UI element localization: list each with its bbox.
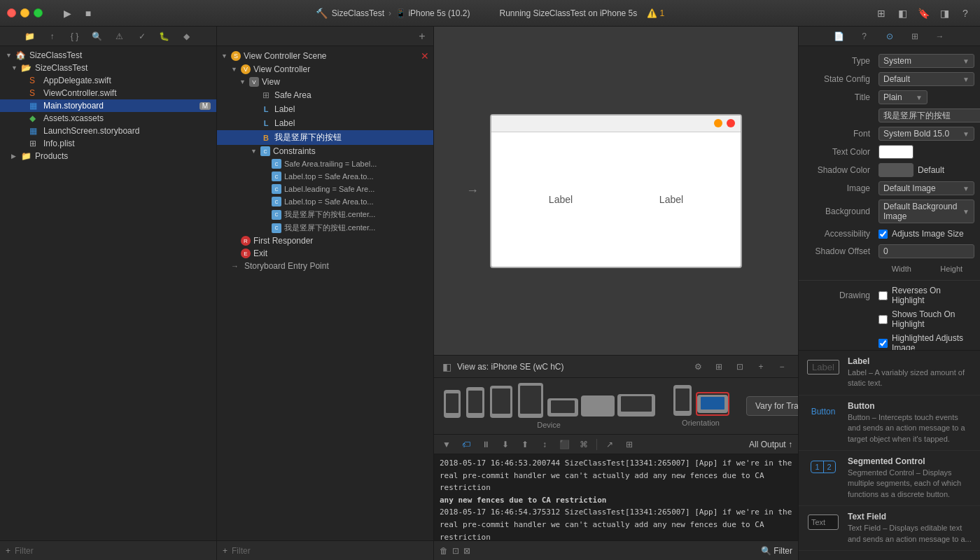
insp-file-icon[interactable]: 📄 — [832, 29, 846, 43]
device-iphone-medium[interactable] — [465, 387, 486, 418]
insp-font-value[interactable]: System Bold 15.0 ▼ — [878, 127, 974, 141]
debug-tag-icon[interactable]: 🏷 — [459, 438, 473, 451]
st-constraint-6[interactable]: C 我是竖屏下的按钮.center... — [217, 221, 433, 234]
debug-stack-icon[interactable]: ⬛ — [557, 438, 571, 451]
grid-icon-2[interactable]: ⊞ — [711, 359, 727, 374]
canvas-content[interactable]: → Label Label — [434, 27, 798, 355]
device-ipad[interactable] — [489, 386, 514, 418]
st-label-1[interactable]: L Label — [217, 102, 433, 116]
bookmark-icon[interactable]: 🔖 — [916, 6, 931, 21]
insp-shadow-offset-input[interactable] — [878, 244, 974, 258]
tree-file-main-storyboard[interactable]: ▦ Main.storyboard M — [0, 99, 216, 112]
warnings-icon[interactable]: ⚠ — [113, 29, 127, 43]
symbol-icon[interactable]: { } — [68, 29, 82, 43]
insp-image-value[interactable]: Default Image ▼ — [878, 181, 974, 195]
widget-item-label[interactable]: Label Label Label – A variably sized amo… — [799, 351, 980, 396]
debug-step-icon[interactable]: ⬇ — [498, 438, 512, 451]
st-entry-point[interactable]: → Storyboard Entry Point — [217, 260, 433, 272]
source-control-icon[interactable]: ↑ — [46, 29, 59, 43]
tree-folder-sizeclasstest[interactable]: ▼ 📂 SizeClassTest — [0, 62, 216, 74]
widget-item-button[interactable]: Button Button Button – Intercepts touch … — [799, 396, 980, 451]
minimize-button[interactable] — [20, 8, 29, 18]
debug-grid-icon[interactable]: ⊞ — [622, 438, 636, 451]
st-constraint-5[interactable]: C 我是竖屏下的按钮.center... — [217, 208, 433, 221]
st-constraint-1[interactable]: C Safe Area.trailing = Label... — [217, 158, 433, 170]
device-ipad-large[interactable] — [517, 383, 545, 418]
zoom-in-icon[interactable]: + — [753, 359, 769, 374]
insp-size-icon[interactable]: ⊞ — [908, 29, 922, 43]
tree-file-viewcontroller[interactable]: S ViewController.swift — [0, 87, 216, 99]
close-button[interactable] — [7, 8, 16, 18]
tree-file-assets[interactable]: ◆ Assets.xcassets — [0, 112, 216, 125]
structure-add-button[interactable]: + — [416, 31, 428, 42]
debug-wrap-icon[interactable]: ⊠ — [463, 546, 470, 556]
st-view[interactable]: ▼ V View — [217, 76, 433, 88]
debug-connect-icon[interactable]: ⌘ — [577, 438, 591, 451]
grid-icon[interactable]: ⊞ — [874, 6, 889, 21]
device-iphone-small[interactable] — [442, 390, 462, 418]
view-as-sidebar-icon[interactable]: ◧ — [442, 361, 451, 372]
file-filter-input[interactable] — [15, 546, 211, 556]
insp-highlighted-checkbox[interactable] — [878, 339, 888, 348]
tests-icon[interactable]: ✓ — [135, 29, 149, 43]
insp-shows-touch-checkbox[interactable] — [878, 315, 888, 324]
st-exit[interactable]: E Exit — [217, 247, 433, 260]
insp-shadowcolor-swatch[interactable] — [878, 163, 913, 177]
insp-bg-value[interactable]: Default Background Image ▼ — [878, 200, 974, 223]
breakpoints-icon[interactable]: ◆ — [180, 29, 194, 43]
vary-for-traits-button[interactable]: Vary for Traits — [746, 396, 798, 416]
device-iphone-landscape-small[interactable] — [547, 397, 578, 418]
settings-icon[interactable]: ⚙ — [690, 359, 706, 374]
stop-button[interactable]: ■ — [80, 6, 96, 21]
insp-state-value[interactable]: Default ▼ — [878, 72, 974, 86]
orientation-portrait[interactable] — [672, 385, 693, 416]
st-constraint-3[interactable]: C Label.leading = Safe Are... — [217, 183, 433, 195]
device-iphone-landscape-medium[interactable] — [581, 394, 615, 418]
insp-connections-icon[interactable]: → — [933, 29, 947, 43]
debug-step-out-icon[interactable]: ⬆ — [518, 438, 532, 451]
orientation-landscape[interactable] — [696, 392, 729, 416]
st-view-controller-scene[interactable]: ▼ S View Controller Scene ✕ — [217, 49, 433, 63]
help-icon[interactable]: ? — [958, 6, 973, 21]
st-view-controller[interactable]: ▼ V View Controller — [217, 63, 433, 76]
st-constraints[interactable]: ▼ C Constraints — [217, 145, 433, 158]
widget-item-segmented[interactable]: 1 2 Segmented Control Segmented Control … — [799, 451, 980, 506]
debug-down-icon[interactable]: ▼ — [440, 438, 454, 451]
insp-title-text-input[interactable] — [878, 108, 980, 122]
tree-root[interactable]: ▼ 🏠 SizeClassTest — [0, 49, 216, 62]
folder-icon[interactable]: 📁 — [23, 29, 37, 43]
scene-close-button[interactable]: ✕ — [421, 50, 429, 62]
insp-title-type[interactable]: Plain ▼ — [878, 90, 927, 104]
debug-icon[interactable]: 🐛 — [158, 29, 172, 43]
debug-trash-icon[interactable]: 🗑 — [440, 546, 448, 556]
fit-icon[interactable]: ⊡ — [732, 359, 748, 374]
st-button-chinese[interactable]: B 我是竖屏下的按钮 — [217, 130, 433, 145]
insp-adjusts-image-checkbox[interactable] — [878, 230, 888, 239]
widget-item-textfield[interactable]: Text Text Field Text Field – Displays ed… — [799, 506, 980, 551]
find-icon[interactable]: 🔍 — [90, 29, 104, 43]
st-label-2[interactable]: L Label — [217, 116, 433, 130]
debug-share-icon[interactable]: ↗ — [603, 438, 617, 451]
device-iphone-landscape-large[interactable] — [617, 393, 655, 418]
insp-textcolor-swatch[interactable] — [878, 145, 913, 159]
structure-filter-input[interactable] — [232, 546, 428, 556]
debug-step-over-icon[interactable]: ↕ — [538, 438, 552, 451]
st-constraint-4[interactable]: C Label.top = Safe Area.to... — [217, 195, 433, 208]
insp-attributes-icon[interactable]: ⊙ — [883, 29, 897, 43]
st-constraint-2[interactable]: C Label.top = Safe Area.to... — [217, 170, 433, 183]
insp-quickhelp-icon[interactable]: ? — [858, 29, 872, 43]
tree-file-appdelegate[interactable]: S AppDelegate.swift — [0, 74, 216, 87]
run-button[interactable]: ▶ — [59, 6, 75, 21]
inspector-toggle-icon[interactable]: ◨ — [937, 6, 952, 21]
debug-content[interactable]: 2018-05-17 16:46:53.200744 SizeClassTest… — [434, 454, 798, 540]
zoom-button[interactable] — [34, 8, 43, 18]
debug-filter-dropdown[interactable]: 🔍 Filter — [761, 546, 792, 556]
debug-pause-icon[interactable]: ⏸ — [479, 438, 493, 451]
tree-file-infoplist[interactable]: ⊞ Info.plist — [0, 137, 216, 150]
insp-reverses-checkbox[interactable] — [878, 291, 888, 300]
debug-split-icon[interactable]: ⊡ — [452, 546, 459, 556]
device-minimize-btn[interactable] — [714, 119, 722, 127]
tree-file-launchscreen[interactable]: ▦ LaunchScreen.storyboard — [0, 125, 216, 137]
panel-toggle-icon[interactable]: ◧ — [895, 6, 910, 21]
device-close-btn[interactable] — [727, 119, 735, 127]
